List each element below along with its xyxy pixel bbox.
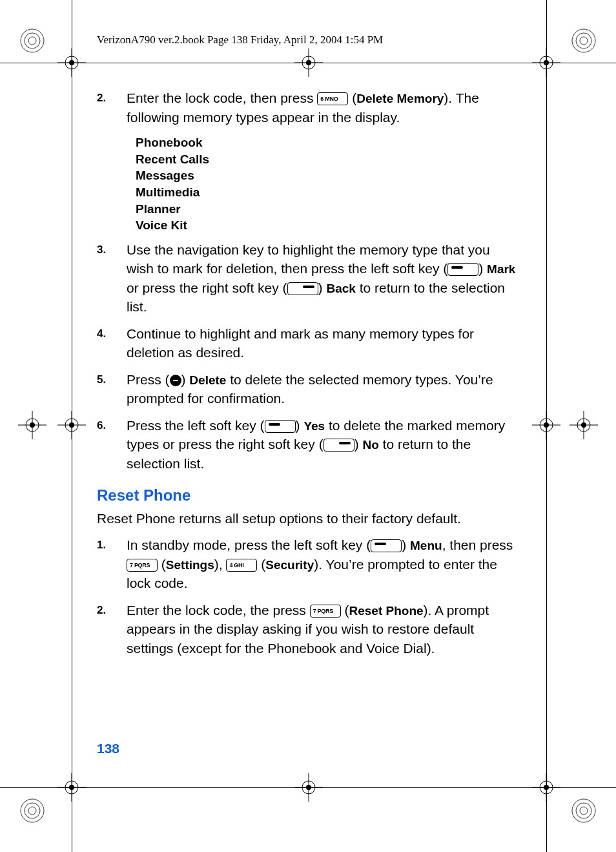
step-body: Enter the lock code, the press 7 PQRS (R… — [127, 601, 520, 658]
memory-types-list: Phonebook Recent Calls Messages Multimed… — [136, 134, 520, 234]
label-reset-phone: Reset Phone — [349, 604, 423, 618]
svg-point-9 — [572, 799, 595, 822]
step-body: Enter the lock code, then press 6 MNO (D… — [127, 88, 520, 127]
crosshair-icon — [57, 411, 86, 439]
text: Press ( — [127, 372, 170, 387]
list-item: Phonebook — [136, 134, 520, 151]
registration-mark-icon — [18, 26, 46, 55]
svg-point-39 — [69, 422, 74, 428]
key-7pqrs-icon: 7 PQRS — [310, 605, 341, 618]
crosshair-icon — [532, 48, 560, 77]
svg-point-23 — [69, 785, 74, 790]
label-mark: Mark — [487, 262, 515, 276]
svg-point-31 — [306, 60, 311, 65]
list-item: Planner — [136, 201, 520, 218]
crosshair-icon — [57, 773, 86, 802]
svg-point-10 — [576, 803, 591, 818]
step-number: 2. — [97, 88, 127, 127]
svg-point-51 — [581, 422, 586, 428]
right-softkey-icon — [287, 282, 318, 295]
step-body: In standby mode, press the left soft key… — [127, 535, 520, 593]
svg-point-47 — [30, 422, 35, 428]
page-number: 138 — [97, 741, 119, 756]
page-content: 2. Enter the lock code, then press 6 MNO… — [97, 88, 520, 665]
label-security: Security — [265, 558, 314, 572]
text: ) — [296, 418, 304, 433]
label-yes: Yes — [303, 419, 325, 433]
registration-mark-icon — [570, 26, 598, 55]
text: ), — [214, 557, 227, 572]
svg-point-6 — [21, 799, 44, 822]
step-number: 6. — [97, 416, 127, 473]
svg-point-15 — [69, 60, 74, 65]
svg-point-8 — [28, 807, 36, 815]
step-body: Use the navigation key to highlight the … — [127, 240, 520, 317]
text: In standby mode, press the left soft key… — [127, 537, 371, 552]
list-item: Multimedia — [136, 184, 520, 201]
label-no: No — [362, 438, 378, 452]
step-6: 6. Press the left soft key () Yes to del… — [97, 416, 520, 473]
text: , then press — [442, 537, 513, 552]
step-number: 3. — [97, 240, 127, 317]
step-body: Press () Delete to delete the selected m… — [127, 370, 520, 408]
label-settings: Settings — [166, 558, 214, 572]
step-number: 1. — [97, 535, 127, 593]
label-delete: Delete — [189, 373, 226, 387]
list-item: Messages — [136, 167, 520, 184]
document-page: VerizonA790 ver.2.book Page 138 Friday, … — [0, 0, 616, 852]
text: Enter the lock code, then press — [127, 90, 317, 105]
crosshair-icon — [532, 411, 560, 439]
svg-point-7 — [25, 803, 40, 818]
text: ) — [478, 261, 487, 276]
reset-step-2: 2. Enter the lock code, the press 7 PQRS… — [97, 601, 520, 658]
svg-point-5 — [580, 37, 588, 45]
svg-point-4 — [576, 33, 591, 48]
svg-point-0 — [21, 29, 44, 52]
text: Enter the lock code, the press — [127, 603, 310, 618]
text: ) — [181, 372, 190, 387]
label-menu: Menu — [410, 539, 442, 552]
svg-point-2 — [28, 37, 36, 45]
crosshair-icon — [57, 48, 86, 77]
crosshair-icon — [532, 773, 560, 802]
ok-key-icon — [170, 375, 181, 386]
reset-intro-text: Reset Phone returns all setup options to… — [97, 509, 520, 528]
svg-point-43 — [544, 422, 549, 428]
registration-mark-icon — [18, 796, 46, 825]
svg-point-19 — [544, 60, 549, 65]
step-3: 3. Use the navigation key to highlight t… — [97, 240, 520, 317]
list-item: Recent Calls — [136, 151, 520, 168]
text: ( — [257, 557, 265, 572]
key-7pqrs-icon: 7 PQRS — [127, 559, 158, 572]
svg-point-27 — [544, 785, 549, 790]
right-softkey-icon — [323, 439, 354, 452]
key-4ghi-icon: 4 GHI — [226, 559, 257, 572]
key-6mno-icon: 6 MNO — [317, 92, 348, 105]
text: ) — [402, 537, 410, 552]
step-5: 5. Press () Delete to delete the selecte… — [97, 370, 520, 408]
text: ) — [354, 437, 363, 452]
crosshair-icon — [18, 411, 46, 439]
svg-point-3 — [572, 29, 595, 52]
step-2: 2. Enter the lock code, then press 6 MNO… — [97, 88, 520, 127]
label-back: Back — [326, 282, 355, 295]
reset-step-1: 1. In standby mode, press the left soft … — [97, 535, 520, 593]
svg-point-35 — [306, 785, 311, 790]
step-number: 2. — [97, 601, 127, 658]
text: Use the navigation key to highlight the … — [127, 242, 490, 276]
svg-point-11 — [580, 807, 588, 815]
text: or press the right soft key ( — [127, 280, 287, 295]
step-number: 4. — [97, 324, 127, 362]
step-body: Press the left soft key () Yes to delete… — [127, 416, 520, 473]
crosshair-icon — [570, 411, 598, 439]
book-header: VerizonA790 ver.2.book Page 138 Friday, … — [97, 34, 383, 47]
section-title-reset-phone: Reset Phone — [97, 484, 520, 506]
text: ) — [318, 280, 327, 295]
label-delete-memory: Delete Memory — [356, 92, 444, 105]
left-softkey-icon — [265, 420, 296, 433]
left-softkey-icon — [371, 539, 402, 552]
text: ( — [341, 603, 349, 618]
svg-point-1 — [25, 33, 40, 48]
step-number: 5. — [97, 370, 127, 408]
crosshair-icon — [294, 773, 323, 802]
